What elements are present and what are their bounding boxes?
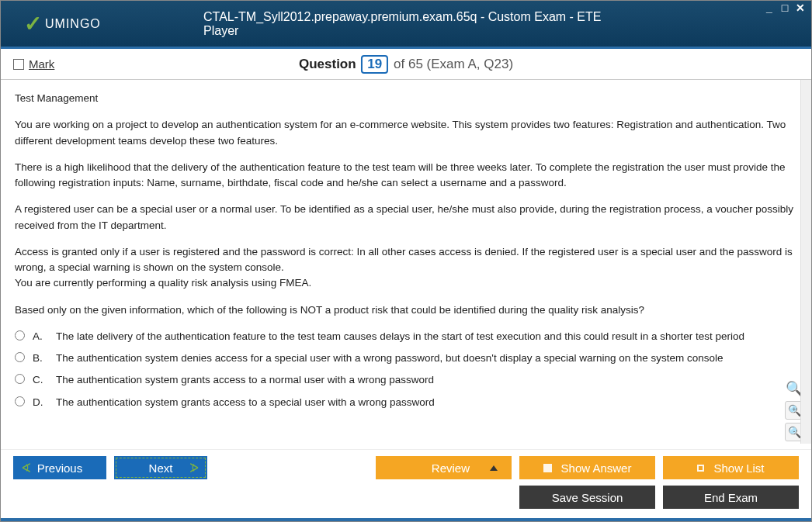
option-c[interactable]: C. The authentication system grants acce…: [15, 372, 797, 388]
option-text: The late delivery of the authentication …: [56, 329, 744, 344]
option-text: The authentication system denies access …: [56, 351, 724, 366]
footer: Previous Next Review Show Answer Show Li…: [1, 449, 811, 518]
paragraph: Based only on the given information, whi…: [15, 302, 797, 318]
question-number-input[interactable]: 19: [361, 55, 388, 74]
review-button[interactable]: Review: [376, 456, 512, 479]
option-letter: B.: [33, 351, 48, 366]
chevron-up-icon: [490, 465, 498, 471]
app-window: ✓ UMINGO CTAL-TM_Syll2012.prepaway.premi…: [0, 0, 812, 522]
question-content: Test Management You are working on a pro…: [1, 80, 811, 449]
option-letter: C.: [33, 372, 48, 388]
paragraph: There is a high likelihood that the deli…: [15, 160, 797, 192]
show-list-button[interactable]: Show List: [663, 456, 799, 479]
answer-options: A. The late delivery of the authenticati…: [15, 329, 797, 410]
logo: ✓ UMINGO: [24, 11, 101, 36]
close-button[interactable]: ✕: [794, 2, 807, 13]
radio-a[interactable]: [15, 330, 25, 341]
logo-check-icon: ✓: [24, 11, 42, 36]
question-total: of 65 (Exam A, Q23): [394, 57, 513, 71]
question-label: Question: [299, 57, 356, 71]
minimize-button[interactable]: _: [763, 2, 776, 13]
window-controls: _ □ ✕: [763, 2, 807, 13]
mark-checkbox-group[interactable]: Mark: [13, 57, 54, 71]
question-info: Question 19 of 65 (Exam A, Q23): [299, 55, 513, 74]
mark-label: Mark: [29, 57, 54, 71]
window-title: CTAL-TM_Syll2012.prepaway.premium.exam.6…: [203, 10, 609, 38]
paragraph: A registered user can be a special user …: [15, 202, 797, 233]
option-a[interactable]: A. The late delivery of the authenticati…: [15, 329, 797, 344]
end-exam-button[interactable]: End Exam: [663, 486, 799, 509]
next-button[interactable]: Next: [114, 456, 207, 479]
bottom-accent-bar: [1, 518, 811, 521]
square-icon: [697, 465, 704, 472]
option-letter: D.: [33, 395, 48, 410]
title-bar: ✓ UMINGO CTAL-TM_Syll2012.prepaway.premi…: [1, 1, 811, 49]
option-text: The authentication system grants access …: [56, 372, 434, 388]
save-session-button[interactable]: Save Session: [519, 486, 655, 509]
maximize-button[interactable]: □: [779, 2, 791, 13]
paragraph: Access is granted only if a user is regi…: [15, 244, 797, 292]
radio-c[interactable]: [15, 374, 25, 384]
radio-b[interactable]: [15, 352, 25, 362]
show-answer-button[interactable]: Show Answer: [519, 456, 655, 479]
option-d[interactable]: D. The authentication system grants acce…: [15, 395, 797, 410]
mark-checkbox[interactable]: [13, 59, 24, 70]
vertical-scrollbar[interactable]: [800, 80, 811, 444]
square-icon: [543, 464, 552, 472]
option-b[interactable]: B. The authentication system denies acce…: [15, 351, 797, 366]
previous-button[interactable]: Previous: [13, 456, 106, 479]
option-letter: A.: [33, 329, 48, 344]
question-header: Mark Question 19 of 65 (Exam A, Q23): [1, 49, 811, 80]
radio-d[interactable]: [15, 396, 25, 406]
option-text: The authentication system grants access …: [56, 395, 435, 410]
topic-label: Test Management: [15, 91, 797, 106]
logo-text: UMINGO: [45, 17, 101, 31]
paragraph: You are working on a project to develop …: [15, 117, 797, 149]
